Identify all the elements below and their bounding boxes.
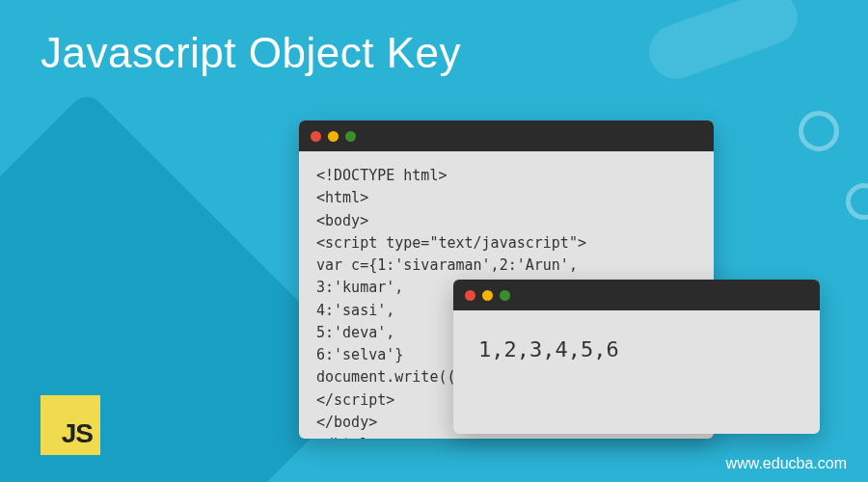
maximize-icon — [345, 131, 356, 142]
close-icon — [311, 131, 321, 142]
bg-decor-circle — [846, 183, 868, 220]
minimize-icon — [328, 131, 339, 142]
output-window: 1,2,3,4,5,6 — [453, 280, 820, 434]
bg-decor-pill — [641, 0, 805, 87]
js-logo-icon: JS — [41, 395, 100, 455]
close-icon — [465, 290, 475, 301]
window-titlebar — [453, 280, 820, 310]
window-titlebar — [299, 120, 714, 151]
maximize-icon — [500, 290, 510, 301]
page-title: Javascript Object Key — [41, 29, 461, 77]
minimize-icon — [482, 290, 493, 301]
js-logo-label: JS — [62, 418, 93, 449]
bg-decor-circle — [799, 111, 839, 151]
output-content: 1,2,3,4,5,6 — [453, 310, 820, 388]
site-url: www.educba.com — [726, 455, 847, 472]
